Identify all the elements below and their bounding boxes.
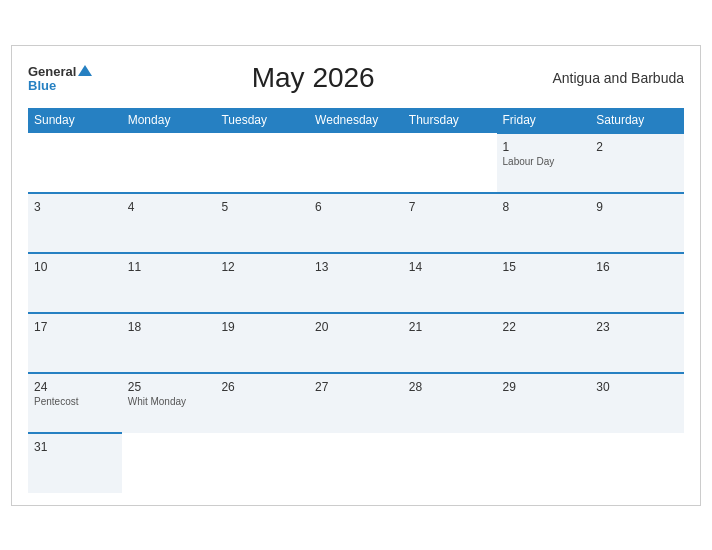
calendar-cell: 11 [122, 253, 216, 313]
calendar-cell [309, 433, 403, 493]
calendar-week-4: 24Pentecost25Whit Monday2627282930 [28, 373, 684, 433]
day-number: 7 [409, 200, 491, 214]
day-number: 11 [128, 260, 210, 274]
day-number: 28 [409, 380, 491, 394]
calendar-cell: 18 [122, 313, 216, 373]
calendar-cell: 6 [309, 193, 403, 253]
calendar-cell: 23 [590, 313, 684, 373]
day-number: 21 [409, 320, 491, 334]
day-number: 30 [596, 380, 678, 394]
calendar-cell: 24Pentecost [28, 373, 122, 433]
calendar-cell: 20 [309, 313, 403, 373]
day-number: 29 [503, 380, 585, 394]
month-title: May 2026 [92, 62, 534, 94]
weekday-wednesday: Wednesday [309, 108, 403, 133]
day-number: 8 [503, 200, 585, 214]
calendar-cell [122, 133, 216, 193]
day-number: 27 [315, 380, 397, 394]
calendar-body: 1Labour Day23456789101112131415161718192… [28, 133, 684, 493]
day-event: Labour Day [503, 156, 585, 167]
calendar-cell: 28 [403, 373, 497, 433]
calendar-cell: 8 [497, 193, 591, 253]
calendar-week-3: 17181920212223 [28, 313, 684, 373]
logo: General Blue [28, 62, 92, 94]
calendar-cell: 19 [215, 313, 309, 373]
calendar-cell: 26 [215, 373, 309, 433]
logo-blue: Blue [28, 79, 92, 93]
calendar-cell [215, 433, 309, 493]
day-number: 2 [596, 140, 678, 154]
calendar-week-2: 10111213141516 [28, 253, 684, 313]
calendar-container: General Blue May 2026 Antigua and Barbud… [11, 45, 701, 506]
calendar-cell: 22 [497, 313, 591, 373]
day-number: 18 [128, 320, 210, 334]
day-number: 5 [221, 200, 303, 214]
calendar-cell: 7 [403, 193, 497, 253]
calendar-cell [497, 433, 591, 493]
calendar-cell [403, 133, 497, 193]
day-number: 17 [34, 320, 116, 334]
weekday-thursday: Thursday [403, 108, 497, 133]
day-number: 13 [315, 260, 397, 274]
calendar-cell: 14 [403, 253, 497, 313]
calendar-cell: 4 [122, 193, 216, 253]
country-name: Antigua and Barbuda [534, 70, 684, 86]
logo-general: General [28, 62, 92, 80]
calendar-cell: 16 [590, 253, 684, 313]
calendar-cell [215, 133, 309, 193]
calendar-cell: 21 [403, 313, 497, 373]
calendar-cell: 13 [309, 253, 403, 313]
day-number: 9 [596, 200, 678, 214]
weekday-friday: Friday [497, 108, 591, 133]
weekday-header: SundayMondayTuesdayWednesdayThursdayFrid… [28, 108, 684, 133]
day-number: 15 [503, 260, 585, 274]
logo-triangle-icon [78, 65, 92, 76]
calendar-cell: 31 [28, 433, 122, 493]
calendar-header: General Blue May 2026 Antigua and Barbud… [28, 62, 684, 94]
day-number: 31 [34, 440, 116, 454]
calendar-cell [309, 133, 403, 193]
calendar-header-row: SundayMondayTuesdayWednesdayThursdayFrid… [28, 108, 684, 133]
calendar-cell [122, 433, 216, 493]
day-number: 26 [221, 380, 303, 394]
calendar-cell: 29 [497, 373, 591, 433]
calendar-week-0: 1Labour Day2 [28, 133, 684, 193]
day-number: 19 [221, 320, 303, 334]
day-number: 1 [503, 140, 585, 154]
calendar-cell: 17 [28, 313, 122, 373]
weekday-saturday: Saturday [590, 108, 684, 133]
day-number: 10 [34, 260, 116, 274]
day-number: 25 [128, 380, 210, 394]
day-number: 6 [315, 200, 397, 214]
calendar-cell: 15 [497, 253, 591, 313]
day-event: Whit Monday [128, 396, 210, 407]
calendar-cell: 12 [215, 253, 309, 313]
calendar-cell [403, 433, 497, 493]
day-number: 3 [34, 200, 116, 214]
day-number: 14 [409, 260, 491, 274]
calendar-cell: 3 [28, 193, 122, 253]
calendar-cell: 10 [28, 253, 122, 313]
calendar-cell: 27 [309, 373, 403, 433]
calendar-cell [28, 133, 122, 193]
calendar-table: SundayMondayTuesdayWednesdayThursdayFrid… [28, 108, 684, 493]
day-number: 4 [128, 200, 210, 214]
weekday-sunday: Sunday [28, 108, 122, 133]
day-number: 22 [503, 320, 585, 334]
calendar-cell: 5 [215, 193, 309, 253]
weekday-monday: Monday [122, 108, 216, 133]
calendar-cell: 9 [590, 193, 684, 253]
weekday-tuesday: Tuesday [215, 108, 309, 133]
calendar-cell: 25Whit Monday [122, 373, 216, 433]
calendar-cell: 2 [590, 133, 684, 193]
day-number: 12 [221, 260, 303, 274]
day-event: Pentecost [34, 396, 116, 407]
calendar-week-1: 3456789 [28, 193, 684, 253]
day-number: 16 [596, 260, 678, 274]
calendar-cell: 1Labour Day [497, 133, 591, 193]
calendar-cell [590, 433, 684, 493]
calendar-cell: 30 [590, 373, 684, 433]
day-number: 24 [34, 380, 116, 394]
day-number: 23 [596, 320, 678, 334]
calendar-week-5: 31 [28, 433, 684, 493]
